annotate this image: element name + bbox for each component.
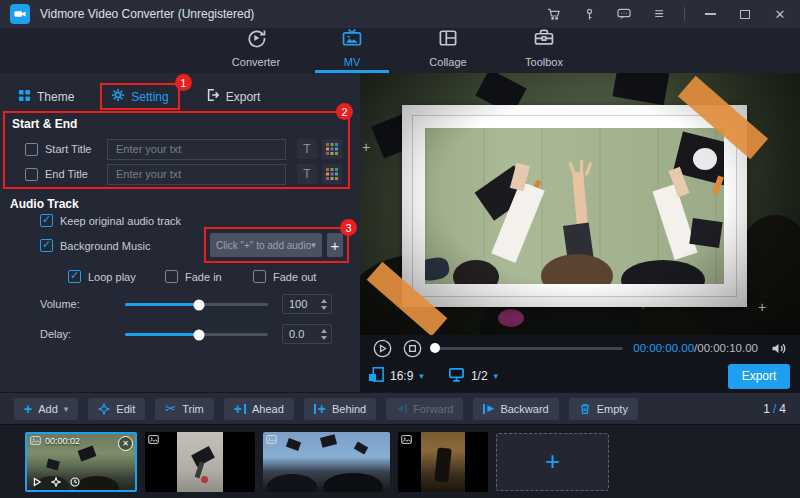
end-title-input[interactable] <box>107 164 286 185</box>
volume-label: Volume: <box>40 298 80 310</box>
clip-duration: 00:00:02 <box>45 436 80 446</box>
add-clip-dropzone[interactable]: + <box>496 433 609 491</box>
audio-file-dropdown[interactable]: Click "+" to add audio ▾ <box>210 233 322 257</box>
maximize-button[interactable] <box>735 4 755 24</box>
converter-icon <box>245 27 267 53</box>
keep-original-label: Keep original audio track <box>60 215 181 227</box>
delay-slider[interactable] <box>125 333 268 336</box>
current-time: 00:00:00.00 <box>633 342 694 354</box>
tab-converter[interactable]: Converter <box>221 28 291 73</box>
clip-play-icon[interactable] <box>32 477 42 487</box>
tab-export[interactable]: Export <box>206 88 261 105</box>
clip-thumbnail[interactable] <box>263 432 390 492</box>
insert-behind-button[interactable]: + Behind <box>304 398 376 420</box>
step-badge-3: 3 <box>340 219 357 236</box>
menu-icon[interactable]: ≡ <box>649 4 669 24</box>
start-title-color-button[interactable] <box>322 139 342 159</box>
trim-clip-button[interactable]: ✂ Trim <box>155 398 214 420</box>
volume-slider-thumb[interactable] <box>194 299 205 310</box>
app-window: Vidmore Video Converter (Unregistered) ≡… <box>0 0 800 498</box>
settings-panel: Theme Setting 1 Export 2 Start & End <box>0 73 360 392</box>
insert-ahead-button[interactable]: + Ahead <box>224 398 294 420</box>
export-button[interactable]: Export <box>728 364 790 389</box>
plus-icon: + <box>24 402 32 416</box>
cart-icon[interactable] <box>544 4 564 24</box>
end-title-color-button[interactable] <box>322 164 342 184</box>
chevron-down-icon: ▾ <box>419 371 424 381</box>
move-backward-button[interactable]: ▶ Backward <box>473 398 558 420</box>
chevron-down-icon: ▾ <box>494 371 499 381</box>
minimize-button[interactable] <box>700 4 720 24</box>
clip-clock-icon[interactable] <box>70 477 80 487</box>
tab-toolbox[interactable]: Toolbox <box>509 28 579 73</box>
seek-thumb[interactable] <box>430 343 440 353</box>
background-music-checkbox[interactable] <box>40 239 53 252</box>
background-music-label: Background Music <box>60 240 151 252</box>
screen-page-selector[interactable]: 1/2 ▾ <box>448 366 498 387</box>
clip-thumbnail[interactable] <box>398 432 488 492</box>
volume-value-box: 100 <box>282 294 332 314</box>
clip-thumbnail-selected[interactable]: 00:00:02 ✕ <box>25 432 137 492</box>
volume-value: 100 <box>283 298 317 310</box>
close-button[interactable]: ✕ <box>770 4 790 24</box>
loop-play-label: Loop play <box>88 271 136 283</box>
end-title-font-button[interactable]: T <box>297 164 317 184</box>
tab-converter-label: Converter <box>232 56 280 68</box>
scissors-icon: ✂ <box>165 402 176 415</box>
start-title-label: Start Title <box>45 143 107 155</box>
start-title-input[interactable] <box>107 139 286 160</box>
theme-icon <box>18 89 31 105</box>
image-placeholder-icon <box>30 436 41 445</box>
clip-thumbnail[interactable] <box>145 432 255 492</box>
feedback-icon[interactable] <box>614 4 634 24</box>
remove-clip-button[interactable]: ✕ <box>118 436 133 451</box>
volume-stepper[interactable] <box>317 299 331 310</box>
audio-dropdown-text: Click "+" to add audio <box>216 240 311 251</box>
tab-mv-label: MV <box>344 56 361 68</box>
clip-toolbar: + Add ▾ Edit ✂ Trim + Ahead + Behind ◀ F… <box>0 392 800 424</box>
stop-button[interactable] <box>402 338 422 358</box>
move-forward-button[interactable]: ◀ Forward <box>386 398 463 420</box>
tab-collage-label: Collage <box>429 56 466 68</box>
end-title-label: End Title <box>45 168 107 180</box>
trash-icon <box>579 403 591 415</box>
preview-options-row: 16:9 ▾ 1/2 ▾ Export <box>360 362 800 390</box>
play-button[interactable] <box>372 338 392 358</box>
tab-collage[interactable]: Collage <box>413 28 483 73</box>
tab-theme[interactable]: Theme <box>18 89 74 105</box>
mv-icon <box>341 27 363 53</box>
step-badge-1: 1 <box>175 74 192 91</box>
delay-stepper[interactable] <box>317 329 331 340</box>
frame-handle-left: + <box>362 139 370 155</box>
aspect-ratio-selector[interactable]: 16:9 ▾ <box>368 366 424 386</box>
tab-toolbox-label: Toolbox <box>525 56 563 68</box>
add-clip-button[interactable]: + Add ▾ <box>14 398 78 420</box>
loop-play-checkbox[interactable] <box>68 270 81 283</box>
aspect-ratio-value: 16:9 <box>390 369 413 383</box>
loop-play-row: Loop play <box>68 270 136 283</box>
collage-icon <box>437 27 459 53</box>
delay-slider-thumb[interactable] <box>194 329 205 340</box>
fade-in-checkbox[interactable] <box>165 270 178 283</box>
start-title-checkbox[interactable] <box>25 143 38 156</box>
end-title-checkbox[interactable] <box>25 168 38 181</box>
tab-export-label: Export <box>226 90 261 104</box>
tab-mv[interactable]: MV <box>317 28 387 73</box>
edit-clip-button[interactable]: Edit <box>88 398 145 420</box>
monitor-icon <box>448 366 465 387</box>
aspect-ratio-icon <box>368 366 384 386</box>
register-key-icon[interactable] <box>579 4 599 24</box>
seek-bar[interactable] <box>432 347 623 350</box>
tab-setting[interactable]: Setting 1 <box>100 83 179 110</box>
main-nav: Converter MV Collage Toolbox <box>0 28 800 73</box>
fade-out-checkbox[interactable] <box>253 270 266 283</box>
start-title-font-button[interactable]: T <box>297 139 317 159</box>
volume-slider[interactable] <box>125 303 268 306</box>
insert-behind-icon: + <box>314 402 326 416</box>
clip-counter-current: 1 <box>763 402 770 416</box>
empty-list-button[interactable]: Empty <box>569 398 638 420</box>
keep-original-checkbox[interactable] <box>40 214 53 227</box>
add-audio-button[interactable]: + <box>327 233 343 257</box>
clip-edit-icon[interactable] <box>51 477 61 487</box>
volume-icon[interactable] <box>768 338 788 358</box>
